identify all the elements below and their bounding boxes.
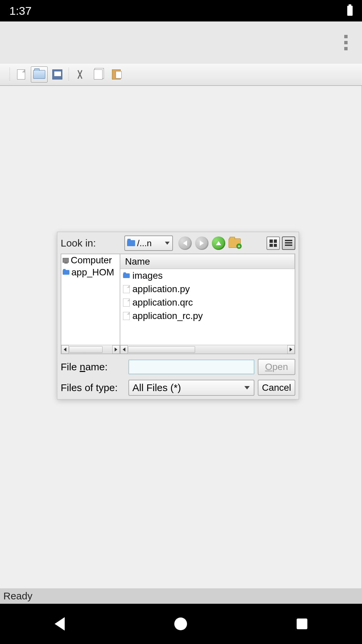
arrow-up-icon [216,241,221,245]
file-name-label: File name: [61,361,125,373]
android-status-bar: 1:37 [0,0,362,21]
cut-button[interactable] [72,66,88,83]
column-header-name[interactable]: Name [120,254,295,269]
main-toolbar [0,64,362,86]
open-button[interactable]: Open [258,359,295,375]
scroll-right-button[interactable] [112,345,120,354]
arrow-left-icon [183,240,187,246]
folder-icon [127,240,135,246]
file-entry-folder[interactable]: images [120,269,295,282]
arrow-right-icon [200,240,204,246]
scissors-icon [75,70,85,79]
files-of-type-label: Files of type: [61,382,125,393]
toolbar-separator [68,68,69,81]
look-in-combo[interactable]: /...n [124,235,173,251]
up-button[interactable] [212,236,225,250]
look-in-value: /...n [137,238,152,249]
nav-back-button[interactable] [55,617,65,631]
new-document-icon [17,69,25,79]
file-icon [123,312,130,320]
file-icon [123,285,130,293]
location-tree[interactable]: Computer app_HOM [61,254,120,354]
status-text: Ready [3,590,33,602]
file-name-input[interactable] [128,360,254,374]
files-of-type-value: All Files (*) [132,382,181,393]
tree-item-home[interactable]: app_HOM [61,266,120,278]
app-status-bar: Ready [0,588,362,604]
file-entry[interactable]: application_rc.py [120,309,295,323]
chevron-left-icon [64,347,66,352]
scroll-right-button[interactable] [287,345,295,354]
look-in-label: Look in: [61,237,124,249]
save-icon [52,69,62,79]
scroll-left-button[interactable] [120,345,128,354]
file-name-label: application.qrc [132,297,193,308]
chevron-right-icon [115,347,117,352]
folder-icon [123,273,130,278]
back-button[interactable] [178,236,192,250]
copy-button[interactable] [90,66,107,83]
chevron-left-icon [123,347,125,352]
file-list[interactable]: Name images application.py application.q… [120,254,295,354]
file-entry[interactable]: application.py [120,282,295,296]
list-view-button[interactable] [282,236,295,250]
nav-recent-button[interactable] [297,619,307,629]
icon-view-button[interactable] [266,236,280,250]
new-folder-button[interactable] [229,236,241,250]
cancel-button[interactable]: Cancel [258,380,295,396]
nav-home-button[interactable] [174,618,187,630]
scrollbar-thumb[interactable] [128,346,195,353]
new-document-button[interactable] [13,66,29,83]
file-name-label: application_rc.py [132,311,203,321]
battery-icon [347,6,353,16]
scrollbar-thumb[interactable] [69,346,103,353]
file-name-label: images [132,270,163,281]
paste-button[interactable] [108,66,125,83]
scroll-left-button[interactable] [61,345,69,354]
open-file-dialog: Look in: /...n Computer [57,232,299,399]
file-icon [123,299,130,307]
copy-icon [94,69,103,79]
overflow-menu-button[interactable] [338,33,354,53]
folder-open-icon [33,70,45,79]
document-area: Look in: /...n Computer [0,86,362,588]
file-entry[interactable]: application.qrc [120,296,295,309]
tree-item-computer[interactable]: Computer [61,254,120,266]
clock-text: 1:37 [9,4,32,17]
list-icon [285,240,292,247]
chevron-down-icon [244,386,250,389]
paste-icon [112,69,121,79]
tree-item-label: app_HOM [71,267,114,278]
toolbar-separator [9,68,10,81]
forward-button[interactable] [195,236,208,250]
tree-item-label: Computer [71,255,112,266]
files-of-type-combo[interactable]: All Files (*) [128,380,254,396]
chevron-right-icon [290,347,292,352]
save-button[interactable] [49,66,66,83]
grid-icon [269,239,277,247]
computer-icon [63,258,69,263]
android-nav-bar [0,604,362,644]
new-folder-icon [229,238,241,248]
folder-icon [63,270,69,275]
open-file-button[interactable] [31,66,48,83]
file-name-label: application.py [132,284,190,294]
app-header [0,21,362,64]
chevron-down-icon [165,242,170,245]
